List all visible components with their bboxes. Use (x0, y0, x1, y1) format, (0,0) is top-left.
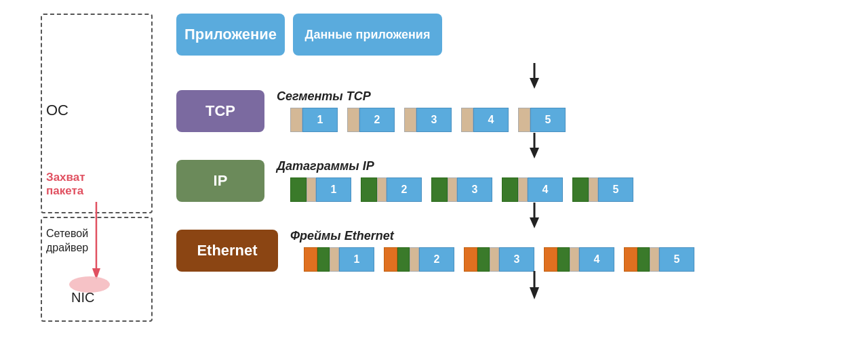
seg-num: 5 (598, 177, 633, 202)
ip-hdr-tan (377, 177, 387, 202)
eth-hdr-orange (464, 247, 477, 272)
left-panel: ОС Захват пакета NIC Сетевой драйвер (20, 14, 170, 339)
tcp-hdr (518, 108, 530, 132)
eth-section: Фреймы Ethernet 1 2 3 4 5 (290, 229, 694, 272)
app-row: Приложение Данные приложения (176, 14, 848, 56)
ip-hdr-green (572, 177, 589, 202)
svg-marker-7 (530, 217, 539, 228)
eth-hdr-orange (304, 247, 317, 272)
eth-hdr-orange (384, 247, 397, 272)
ip-hdr-tan (589, 177, 598, 202)
eth-box: Ethernet (176, 230, 278, 272)
eth-segments-area: 1 2 3 4 5 (304, 247, 694, 272)
seg-num: 4 (473, 108, 509, 132)
ip-hdr-green (290, 177, 307, 202)
tcp-hdr (347, 108, 359, 132)
svg-marker-9 (530, 287, 539, 299)
capture-label: Захват пакета (46, 171, 85, 198)
list-item: 1 (290, 108, 338, 132)
eth-segment-label: Фреймы Ethernet (290, 229, 694, 243)
tcp-hdr (461, 108, 473, 132)
ip-hdr-green (361, 177, 377, 202)
seg-num: 3 (416, 108, 452, 132)
list-item: 1 (304, 247, 374, 272)
arrow-tcp-ip (220, 132, 848, 159)
arrow-eth-out (220, 272, 848, 299)
seg-num: 3 (457, 177, 492, 202)
ip-hdr-tan (448, 177, 457, 202)
eth-hdr-tan (650, 247, 659, 272)
app-box: Приложение (176, 14, 285, 56)
ip-box: IP (176, 160, 264, 202)
list-item: 4 (502, 177, 563, 202)
tcp-section: Сегменты TCP 1 2 3 4 5 (277, 89, 566, 132)
tcp-row: TCP Сегменты TCP 1 2 3 4 5 (176, 89, 848, 132)
svg-marker-3 (530, 78, 539, 89)
svg-marker-5 (530, 148, 539, 159)
eth-hdr-green (557, 247, 570, 272)
tcp-hdr (404, 108, 416, 132)
list-item: 2 (347, 108, 395, 132)
eth-row: Ethernet Фреймы Ethernet 1 2 3 4 5 (176, 229, 848, 272)
list-item: 5 (624, 247, 694, 272)
os-label: ОС (46, 102, 68, 119)
arrow-app-tcp (220, 62, 848, 89)
ip-row: IP Датаграммы IP 1 2 3 4 5 (176, 159, 848, 202)
list-item: 4 (461, 108, 509, 132)
right-panel: Приложение Данные приложения TCP (170, 14, 848, 299)
netdriver-label: Сетевой драйвер (46, 227, 88, 255)
appdata-box: Данные приложения (293, 14, 442, 56)
ip-section: Датаграммы IP 1 2 3 4 5 (277, 159, 633, 202)
list-item: 1 (290, 177, 351, 202)
seg-num: 2 (419, 247, 454, 272)
eth-hdr-green (477, 247, 490, 272)
eth-hdr-orange (544, 247, 557, 272)
seg-num: 4 (579, 247, 614, 272)
seg-num: 1 (339, 247, 374, 272)
ip-hdr-green (502, 177, 518, 202)
ip-segment-label: Датаграммы IP (277, 159, 633, 173)
arrow-ip-eth (220, 202, 848, 229)
tcp-hdr (290, 108, 302, 132)
eth-hdr-tan (410, 247, 419, 272)
seg-num: 3 (499, 247, 534, 272)
seg-num: 1 (316, 177, 351, 202)
tcp-segment-label: Сегменты TCP (277, 89, 566, 104)
eth-hdr-orange (624, 247, 637, 272)
tcp-box: TCP (176, 90, 264, 132)
ip-hdr-tan (307, 177, 316, 202)
tcp-segments-area: 1 2 3 4 5 (290, 108, 566, 132)
seg-num: 1 (302, 108, 338, 132)
eth-hdr-tan (330, 247, 339, 272)
ip-hdr-tan (518, 177, 528, 202)
eth-hdr-green (637, 247, 650, 272)
ip-segments-area: 1 2 3 4 5 (290, 177, 633, 202)
eth-hdr-tan (490, 247, 499, 272)
seg-num: 5 (530, 108, 566, 132)
diagram-container: ОС Захват пакета NIC Сетевой драйвер При… (0, 0, 868, 357)
ip-hdr-green (431, 177, 448, 202)
list-item: 2 (384, 247, 454, 272)
list-item: 3 (431, 177, 492, 202)
eth-hdr-tan (570, 247, 579, 272)
list-item: 5 (572, 177, 633, 202)
list-item: 3 (464, 247, 534, 272)
list-item: 3 (404, 108, 452, 132)
eth-hdr-green (317, 247, 330, 272)
seg-num: 2 (387, 177, 422, 202)
eth-hdr-green (397, 247, 410, 272)
list-item: 5 (518, 108, 566, 132)
list-item: 4 (544, 247, 614, 272)
seg-num: 4 (528, 177, 563, 202)
nic-label: NIC (71, 290, 94, 306)
seg-num: 2 (359, 108, 395, 132)
list-item: 2 (361, 177, 422, 202)
seg-num: 5 (659, 247, 694, 272)
